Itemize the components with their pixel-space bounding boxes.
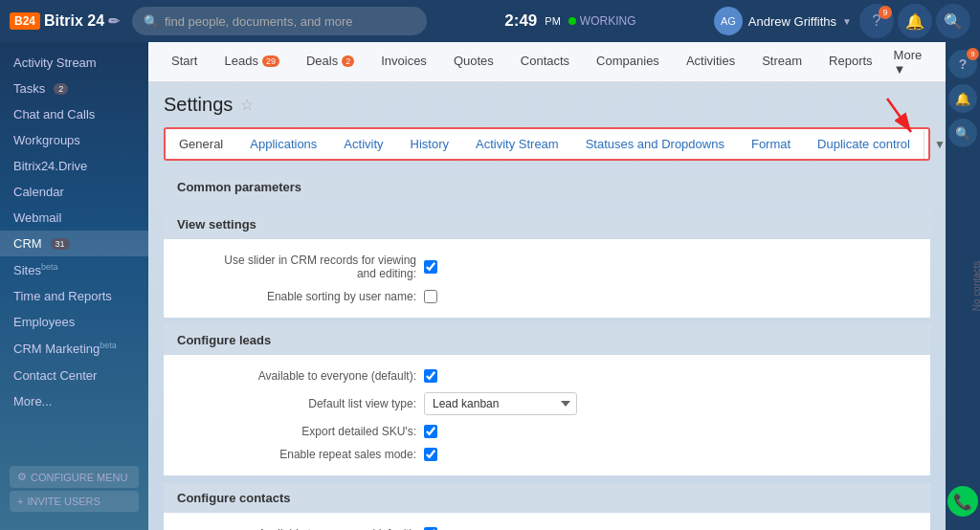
tab-history[interactable]: History bbox=[397, 129, 462, 159]
slider-checkbox[interactable] bbox=[424, 260, 437, 274]
phone-icon: 📞 bbox=[953, 493, 972, 511]
tab-deals[interactable]: Deals 2 bbox=[293, 42, 368, 82]
sidebar-item-activity-stream[interactable]: Activity Stream bbox=[0, 50, 148, 76]
repeat-sales-label: Enable repeat sales mode: bbox=[177, 448, 416, 461]
leads-sku-label: Export detailed SKU's: bbox=[177, 425, 416, 438]
search-bar[interactable]: 🔍 bbox=[132, 7, 427, 35]
search-icon: 🔍 bbox=[955, 126, 970, 141]
sidebar-item-label: Calendar bbox=[13, 185, 64, 199]
slider-label: Use slider in CRM records for viewingand… bbox=[177, 254, 416, 280]
status-dot bbox=[568, 17, 576, 25]
logo-icon: B24 bbox=[10, 12, 40, 30]
right-help-button[interactable]: ? 9 bbox=[948, 50, 977, 78]
question-icon: ? bbox=[959, 56, 968, 72]
sorting-label: Enable sorting by user name: bbox=[177, 290, 416, 303]
slider-control bbox=[424, 260, 437, 274]
sidebar-item-label: Workgroups bbox=[13, 133, 80, 147]
tab-applications[interactable]: Applications bbox=[236, 129, 330, 159]
search-icon: 🔍 bbox=[144, 14, 159, 29]
tab-activity[interactable]: Activity bbox=[330, 129, 396, 159]
leads-view-type-select[interactable]: Lead kanban Lead list bbox=[424, 392, 577, 415]
form-row-slider: Use slider in CRM records for viewingand… bbox=[177, 249, 917, 285]
tab-more[interactable]: More ▼ bbox=[886, 48, 936, 77]
sidebar-item-label: Bitrix24.Drive bbox=[13, 159, 87, 173]
sidebar-item-chat-calls[interactable]: Chat and Calls bbox=[0, 101, 148, 127]
sidebar-item-employees[interactable]: Employees bbox=[0, 309, 148, 335]
sidebar-item-label: Sitesbeta bbox=[13, 262, 57, 277]
section-content-leads: Available to everyone (default): Default… bbox=[164, 355, 930, 475]
tab-activity-stream[interactable]: Activity Stream bbox=[462, 129, 572, 159]
tab-start[interactable]: Start bbox=[158, 42, 211, 82]
tasks-badge: 2 bbox=[54, 83, 68, 95]
working-status[interactable]: WORKING bbox=[568, 14, 636, 28]
tab-statuses-dropdowns[interactable]: Statuses and Dropdowns bbox=[572, 129, 738, 159]
phone-button[interactable]: 📞 bbox=[947, 486, 978, 517]
sidebar-item-tasks[interactable]: Tasks 2 bbox=[0, 76, 148, 101]
sidebar-item-time-reports[interactable]: Time and Reports bbox=[0, 283, 148, 309]
repeat-sales-checkbox[interactable] bbox=[424, 448, 437, 461]
user-area[interactable]: AG Andrew Griffiths ▼ bbox=[714, 7, 852, 35]
sidebar-item-webmail[interactable]: Webmail bbox=[0, 205, 148, 231]
leads-badge: 29 bbox=[262, 55, 279, 67]
sidebar-item-calendar[interactable]: Calendar bbox=[0, 179, 148, 205]
top-bar: B24 Bitrix 24 ✏ 🔍 2:49 PM WORKING AG And… bbox=[0, 0, 980, 42]
section-content-view: Use slider in CRM records for viewingand… bbox=[164, 239, 930, 318]
sidebar-item-label: More... bbox=[13, 394, 52, 409]
settings-tabs: General Applications Activity History Ac… bbox=[164, 127, 930, 161]
section-configure-leads: Configure leads Available to everyone (d… bbox=[164, 325, 930, 475]
top-center: 2:49 PM WORKING bbox=[434, 11, 706, 31]
leads-available-control bbox=[424, 369, 437, 383]
main-container: Activity Stream Tasks 2 Chat and Calls W… bbox=[0, 42, 980, 530]
status-label: WORKING bbox=[580, 14, 636, 28]
invite-users-label: INVITE USERS bbox=[27, 496, 100, 507]
sidebar-item-label: Activity Stream bbox=[13, 55, 97, 70]
content-area: Start Leads 29 Deals 2 Invoices Quotes C… bbox=[148, 42, 946, 530]
sorting-checkbox[interactable] bbox=[424, 290, 437, 303]
clock-time: 2:49 bbox=[504, 11, 537, 31]
section-header-contacts: Configure contacts bbox=[164, 483, 930, 513]
tab-invoices[interactable]: Invoices bbox=[368, 42, 440, 82]
sidebar-item-workgroups[interactable]: Workgroups bbox=[0, 127, 148, 153]
settings-title: Settings ☆ bbox=[164, 94, 930, 116]
sidebar: Activity Stream Tasks 2 Chat and Calls W… bbox=[0, 42, 148, 530]
tab-format[interactable]: Format bbox=[738, 129, 804, 159]
settings-tabs-more-button[interactable]: ▼ bbox=[924, 130, 946, 159]
sidebar-item-crm[interactable]: CRM 31 bbox=[0, 231, 148, 256]
sidebar-item-label: CRM bbox=[13, 236, 42, 251]
section-configure-contacts: Configure contacts Available to everyone… bbox=[164, 483, 930, 530]
bell-icon: 🔔 bbox=[955, 92, 970, 106]
sidebar-item-bitrix24-drive[interactable]: Bitrix24.Drive bbox=[0, 153, 148, 179]
gear-icon: ⚙ bbox=[17, 471, 27, 483]
sidebar-item-more[interactable]: More... bbox=[0, 388, 148, 414]
invite-users-button[interactable]: + INVITE USERS bbox=[10, 491, 139, 512]
leads-available-checkbox[interactable] bbox=[424, 369, 437, 383]
tab-activities[interactable]: Activities bbox=[673, 42, 748, 82]
right-search-button[interactable]: 🔍 bbox=[948, 119, 977, 147]
section-header-common: Common parameters bbox=[164, 172, 930, 202]
tab-reports[interactable]: Reports bbox=[815, 42, 886, 82]
crm-nav: Start Leads 29 Deals 2 Invoices Quotes C… bbox=[148, 42, 946, 82]
tab-stream[interactable]: Stream bbox=[748, 42, 815, 82]
global-search-button[interactable]: 🔍 bbox=[936, 4, 970, 38]
right-bell-button[interactable]: 🔔 bbox=[948, 84, 977, 113]
tab-general[interactable]: General bbox=[166, 129, 236, 159]
sidebar-item-label: Time and Reports bbox=[13, 289, 112, 303]
tab-duplicate-control[interactable]: Duplicate control bbox=[804, 129, 924, 159]
tab-companies[interactable]: Companies bbox=[583, 42, 673, 82]
tab-leads[interactable]: Leads 29 bbox=[211, 42, 292, 82]
tab-quotes[interactable]: Quotes bbox=[440, 42, 507, 82]
edit-icon[interactable]: ✏ bbox=[108, 13, 120, 29]
tab-contacts[interactable]: Contacts bbox=[507, 42, 583, 82]
sidebar-item-sites[interactable]: Sitesbeta bbox=[0, 256, 148, 283]
right-panel: ? 9 🔔 🔍 No contacts 📞 bbox=[946, 42, 980, 530]
sidebar-item-crm-marketing[interactable]: CRM Marketingbeta bbox=[0, 335, 148, 362]
favorite-icon[interactable]: ☆ bbox=[240, 96, 254, 114]
sidebar-item-contact-center[interactable]: Contact Center bbox=[0, 363, 148, 388]
search-input[interactable] bbox=[165, 14, 415, 29]
form-row-sorting: Enable sorting by user name: bbox=[177, 285, 917, 308]
help-button[interactable]: ? 9 bbox=[859, 4, 894, 38]
notifications-button[interactable]: 🔔 bbox=[898, 4, 932, 38]
leads-sku-checkbox[interactable] bbox=[424, 425, 437, 438]
configure-menu-button[interactable]: ⚙ CONFIGURE MENU bbox=[10, 466, 139, 488]
chevron-down-icon: ▼ bbox=[842, 16, 852, 27]
